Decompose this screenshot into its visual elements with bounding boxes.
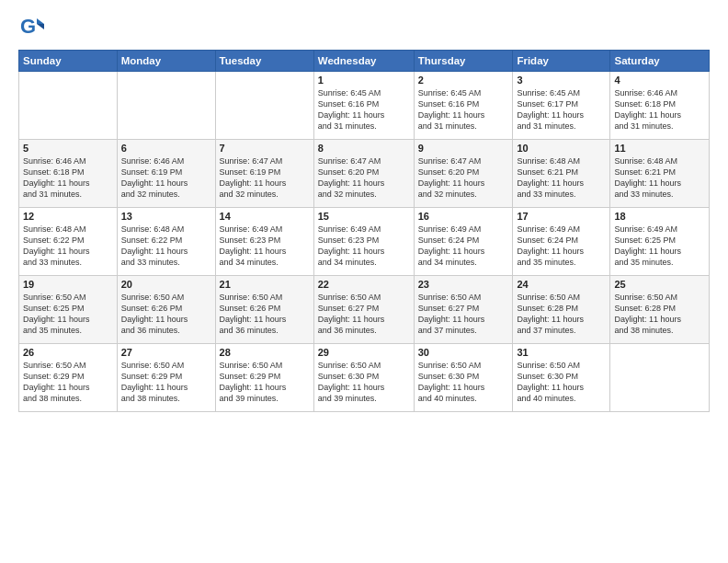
day-of-week-header: Wednesday bbox=[313, 51, 414, 72]
day-of-week-header: Friday bbox=[513, 51, 610, 72]
day-of-week-header: Thursday bbox=[414, 51, 513, 72]
day-info: Sunrise: 6:49 AM Sunset: 6:25 PM Dayligh… bbox=[614, 224, 705, 269]
day-info: Sunrise: 6:49 AM Sunset: 6:24 PM Dayligh… bbox=[517, 224, 606, 269]
calendar-cell: 6Sunrise: 6:46 AM Sunset: 6:19 PM Daylig… bbox=[117, 140, 215, 208]
day-of-week-header: Monday bbox=[117, 51, 215, 72]
day-info: Sunrise: 6:50 AM Sunset: 6:30 PM Dayligh… bbox=[517, 360, 606, 405]
svg-marker-1 bbox=[37, 18, 44, 24]
day-number: 9 bbox=[418, 143, 509, 154]
day-number: 26 bbox=[23, 347, 113, 358]
svg-text:G: G bbox=[20, 15, 36, 38]
day-number: 8 bbox=[318, 143, 410, 154]
day-number: 18 bbox=[614, 211, 705, 222]
calendar-cell: 15Sunrise: 6:49 AM Sunset: 6:23 PM Dayli… bbox=[313, 208, 414, 276]
day-info: Sunrise: 6:48 AM Sunset: 6:22 PM Dayligh… bbox=[121, 224, 211, 269]
calendar-cell: 31Sunrise: 6:50 AM Sunset: 6:30 PM Dayli… bbox=[513, 344, 610, 412]
day-number: 2 bbox=[418, 75, 509, 86]
day-of-week-header: Saturday bbox=[610, 51, 710, 72]
day-info: Sunrise: 6:49 AM Sunset: 6:24 PM Dayligh… bbox=[418, 224, 509, 269]
calendar-week-row: 26Sunrise: 6:50 AM Sunset: 6:29 PM Dayli… bbox=[19, 344, 710, 412]
calendar-cell: 12Sunrise: 6:48 AM Sunset: 6:22 PM Dayli… bbox=[19, 208, 118, 276]
day-info: Sunrise: 6:48 AM Sunset: 6:22 PM Dayligh… bbox=[23, 224, 113, 269]
day-info: Sunrise: 6:49 AM Sunset: 6:23 PM Dayligh… bbox=[318, 224, 410, 269]
calendar-cell: 10Sunrise: 6:48 AM Sunset: 6:21 PM Dayli… bbox=[513, 140, 610, 208]
header: G bbox=[18, 15, 710, 40]
day-info: Sunrise: 6:50 AM Sunset: 6:26 PM Dayligh… bbox=[220, 292, 310, 337]
day-number: 27 bbox=[121, 347, 211, 358]
day-info: Sunrise: 6:50 AM Sunset: 6:29 PM Dayligh… bbox=[121, 360, 211, 405]
calendar-cell: 7Sunrise: 6:47 AM Sunset: 6:19 PM Daylig… bbox=[215, 140, 313, 208]
day-info: Sunrise: 6:50 AM Sunset: 6:29 PM Dayligh… bbox=[23, 360, 113, 405]
day-info: Sunrise: 6:46 AM Sunset: 6:19 PM Dayligh… bbox=[121, 155, 211, 201]
day-number: 25 bbox=[614, 279, 705, 290]
day-info: Sunrise: 6:49 AM Sunset: 6:23 PM Dayligh… bbox=[220, 224, 310, 269]
calendar-week-row: 19Sunrise: 6:50 AM Sunset: 6:25 PM Dayli… bbox=[19, 276, 710, 344]
day-number: 22 bbox=[318, 279, 410, 290]
calendar-cell: 22Sunrise: 6:50 AM Sunset: 6:27 PM Dayli… bbox=[313, 276, 414, 344]
day-number: 31 bbox=[517, 347, 606, 358]
day-info: Sunrise: 6:46 AM Sunset: 6:18 PM Dayligh… bbox=[23, 155, 113, 201]
day-info: Sunrise: 6:48 AM Sunset: 6:21 PM Dayligh… bbox=[517, 155, 606, 201]
day-info: Sunrise: 6:47 AM Sunset: 6:20 PM Dayligh… bbox=[418, 155, 509, 201]
day-number: 14 bbox=[220, 211, 310, 222]
day-info: Sunrise: 6:50 AM Sunset: 6:28 PM Dayligh… bbox=[614, 292, 705, 337]
day-info: Sunrise: 6:47 AM Sunset: 6:20 PM Dayligh… bbox=[318, 155, 410, 201]
day-info: Sunrise: 6:45 AM Sunset: 6:17 PM Dayligh… bbox=[517, 87, 606, 132]
day-number: 28 bbox=[220, 347, 310, 358]
day-number: 5 bbox=[23, 143, 113, 154]
calendar-cell: 19Sunrise: 6:50 AM Sunset: 6:25 PM Dayli… bbox=[19, 276, 118, 344]
day-info: Sunrise: 6:50 AM Sunset: 6:27 PM Dayligh… bbox=[318, 292, 410, 337]
day-info: Sunrise: 6:47 AM Sunset: 6:19 PM Dayligh… bbox=[220, 155, 310, 201]
calendar-header-row: SundayMondayTuesdayWednesdayThursdayFrid… bbox=[19, 51, 710, 72]
day-info: Sunrise: 6:45 AM Sunset: 6:16 PM Dayligh… bbox=[318, 87, 410, 132]
day-number: 4 bbox=[614, 75, 705, 86]
day-number: 16 bbox=[418, 211, 509, 222]
day-info: Sunrise: 6:50 AM Sunset: 6:26 PM Dayligh… bbox=[121, 292, 211, 337]
day-number: 19 bbox=[23, 279, 113, 290]
calendar-cell bbox=[215, 72, 313, 140]
calendar-cell: 23Sunrise: 6:50 AM Sunset: 6:27 PM Dayli… bbox=[414, 276, 513, 344]
calendar-week-row: 5Sunrise: 6:46 AM Sunset: 6:18 PM Daylig… bbox=[19, 140, 710, 208]
calendar-cell: 17Sunrise: 6:49 AM Sunset: 6:24 PM Dayli… bbox=[513, 208, 610, 276]
calendar-cell: 30Sunrise: 6:50 AM Sunset: 6:30 PM Dayli… bbox=[414, 344, 513, 412]
day-number: 24 bbox=[517, 279, 606, 290]
calendar-cell: 20Sunrise: 6:50 AM Sunset: 6:26 PM Dayli… bbox=[117, 276, 215, 344]
calendar-cell: 28Sunrise: 6:50 AM Sunset: 6:29 PM Dayli… bbox=[215, 344, 313, 412]
calendar-cell bbox=[117, 72, 215, 140]
calendar-cell: 5Sunrise: 6:46 AM Sunset: 6:18 PM Daylig… bbox=[19, 140, 118, 208]
day-number: 29 bbox=[318, 347, 410, 358]
day-info: Sunrise: 6:45 AM Sunset: 6:16 PM Dayligh… bbox=[418, 87, 509, 132]
day-info: Sunrise: 6:50 AM Sunset: 6:28 PM Dayligh… bbox=[517, 292, 606, 337]
day-number: 13 bbox=[121, 211, 211, 222]
calendar-cell: 1Sunrise: 6:45 AM Sunset: 6:16 PM Daylig… bbox=[313, 72, 414, 140]
day-number: 30 bbox=[418, 347, 509, 358]
day-number: 20 bbox=[121, 279, 211, 290]
day-info: Sunrise: 6:50 AM Sunset: 6:30 PM Dayligh… bbox=[318, 360, 410, 405]
day-info: Sunrise: 6:48 AM Sunset: 6:21 PM Dayligh… bbox=[614, 155, 705, 201]
day-of-week-header: Sunday bbox=[19, 51, 118, 72]
day-number: 11 bbox=[614, 143, 705, 154]
calendar-cell: 8Sunrise: 6:47 AM Sunset: 6:20 PM Daylig… bbox=[313, 140, 414, 208]
calendar-cell: 29Sunrise: 6:50 AM Sunset: 6:30 PM Dayli… bbox=[313, 344, 414, 412]
calendar-cell: 11Sunrise: 6:48 AM Sunset: 6:21 PM Dayli… bbox=[610, 140, 710, 208]
calendar-cell: 3Sunrise: 6:45 AM Sunset: 6:17 PM Daylig… bbox=[513, 72, 610, 140]
day-number: 10 bbox=[517, 143, 606, 154]
day-number: 3 bbox=[517, 75, 606, 86]
calendar-cell: 25Sunrise: 6:50 AM Sunset: 6:28 PM Dayli… bbox=[610, 276, 710, 344]
calendar-cell: 18Sunrise: 6:49 AM Sunset: 6:25 PM Dayli… bbox=[610, 208, 710, 276]
logo-icon: G bbox=[18, 15, 44, 40]
day-info: Sunrise: 6:50 AM Sunset: 6:25 PM Dayligh… bbox=[23, 292, 113, 337]
calendar-cell: 4Sunrise: 6:46 AM Sunset: 6:18 PM Daylig… bbox=[610, 72, 710, 140]
calendar-cell: 9Sunrise: 6:47 AM Sunset: 6:20 PM Daylig… bbox=[414, 140, 513, 208]
svg-marker-2 bbox=[37, 24, 44, 29]
day-of-week-header: Tuesday bbox=[215, 51, 313, 72]
day-number: 1 bbox=[318, 75, 410, 86]
calendar-week-row: 12Sunrise: 6:48 AM Sunset: 6:22 PM Dayli… bbox=[19, 208, 710, 276]
day-info: Sunrise: 6:50 AM Sunset: 6:30 PM Dayligh… bbox=[418, 360, 509, 405]
day-info: Sunrise: 6:46 AM Sunset: 6:18 PM Dayligh… bbox=[614, 87, 705, 132]
day-number: 6 bbox=[121, 143, 211, 154]
logo: G bbox=[18, 15, 48, 40]
calendar-cell bbox=[19, 72, 118, 140]
day-number: 7 bbox=[220, 143, 310, 154]
day-number: 21 bbox=[220, 279, 310, 290]
